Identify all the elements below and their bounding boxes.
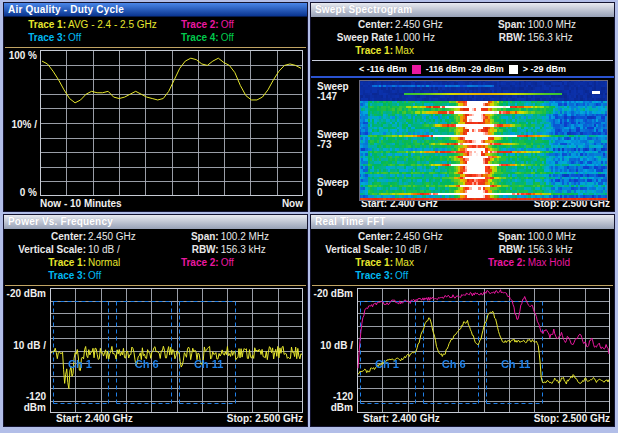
channel-6-label: Ch 6 [442, 358, 466, 370]
span-value: 100.2 MHz [221, 230, 269, 243]
divider [312, 285, 613, 286]
legend-high-label: > -29 dBm [523, 64, 566, 74]
trace2-label: Trace 2: [177, 256, 219, 269]
panel-swept-spectrogram: Swept Spectrogram Center: 2.450 GHz Span… [310, 2, 615, 212]
trace3-label: Trace 3: [4, 31, 66, 44]
trace1-label: Trace 1: [4, 256, 86, 269]
fft-y-axis: -20 dBm 10 dB / -120 dBm [311, 288, 357, 413]
sweep-label-mid: Sweep -73 [317, 130, 359, 150]
spectrogram-titlebar[interactable]: Swept Spectrogram [311, 3, 614, 17]
pvf-config: Center: 2.450 GHz Span: 100.2 MHz Vertic… [4, 229, 307, 283]
y-label-top: -20 dBm [4, 288, 46, 299]
rbw-value: 156.3 kHz [221, 243, 266, 256]
span-label: Span: [484, 230, 526, 243]
center-label: Center: [4, 230, 86, 243]
channel-1-label: Ch 1 [375, 358, 399, 370]
fft-config: Center: 2.450 GHz Span: 100.0 MHz Vertic… [311, 229, 614, 283]
vscale-label: Vertical Scale: [4, 243, 86, 256]
trace1-label: Trace 1: [311, 44, 393, 57]
spectrogram-heatmap[interactable] [359, 80, 608, 201]
rbw-label: RBW: [177, 243, 219, 256]
center-label: Center: [311, 230, 393, 243]
span-label: Span: [484, 18, 526, 31]
rbw-label: RBW: [484, 31, 526, 44]
duty-cycle-plot[interactable] [40, 50, 303, 196]
center-label: Center: [311, 18, 393, 31]
x-label-start: Start: 2.400 GHz [363, 413, 440, 426]
divider [312, 60, 613, 61]
rbw-value: 156.3 kHz [528, 243, 573, 256]
sweep-rate-value: 1.000 Hz [395, 31, 435, 44]
y-label-mid: 10 dB / [311, 340, 353, 351]
center-value: 2.450 GHz [395, 230, 443, 243]
panel-power-vs-frequency: Power Vs. Frequency Center: 2.450 GHz Sp… [3, 214, 308, 427]
rbw-label: RBW: [484, 243, 526, 256]
sweep-label-top: Sweep -147 [317, 82, 359, 102]
trace1-label: Trace 1: [311, 256, 393, 269]
channel-6-label: Ch 6 [135, 358, 159, 370]
trace3-label: Trace 3: [4, 269, 86, 282]
air-quality-config: Trace 1: AVG - 2.4 - 2.5 GHz Trace 2: Of… [4, 17, 307, 45]
sweep-label-bottom: Sweep 0 [317, 178, 359, 198]
legend-mid-swatch [412, 65, 421, 74]
divider [5, 285, 306, 286]
trace4-label: Trace 4: [177, 31, 219, 44]
center-value: 2.450 GHz [395, 18, 443, 31]
trace3-label: Trace 3: [311, 269, 393, 282]
y-label-bottom: -120 dBm [311, 391, 353, 413]
vscale-value: 10 dB / [88, 243, 120, 256]
fft-chart-area: Ch 1 Ch 6 Ch 11 [357, 288, 614, 413]
trace2-label: Trace 2: [484, 256, 526, 269]
y-label-top: 100 % [4, 50, 37, 61]
spectrogram-y-axis: Sweep -147 Sweep -73 Sweep 0 [311, 80, 359, 198]
x-label-stop: Stop: 2.500 GHz [227, 413, 303, 426]
panel-grid: Air Quality - Duty Cycle Trace 1: AVG - … [3, 2, 615, 427]
center-value: 2.450 GHz [88, 230, 136, 243]
fft-titlebar[interactable]: Real Time FFT [311, 215, 614, 229]
trace1-value: Normal [88, 256, 120, 269]
air-quality-titlebar[interactable]: Air Quality - Duty Cycle [4, 3, 307, 17]
trace1-label: Trace 1: [4, 18, 66, 31]
trace3-value: Off [395, 269, 408, 282]
fft-x-axis: Start: 2.400 GHz Stop: 2.500 GHz [311, 413, 614, 426]
pvf-titlebar[interactable]: Power Vs. Frequency [4, 215, 307, 229]
y-label-bottom: -120 dBm [4, 391, 46, 413]
trace2-value: Max Hold [528, 256, 570, 269]
legend-underline [311, 76, 614, 78]
spectrogram-config: Center: 2.450 GHz Span: 100.0 MHz Sweep … [311, 17, 614, 58]
span-label: Span: [177, 230, 219, 243]
power-vs-frequency-plot[interactable] [50, 288, 303, 413]
panel-air-quality: Air Quality - Duty Cycle Trace 1: AVG - … [3, 2, 308, 212]
amplitude-legend: < -116 dBm -116 dBm -29 dBm > -29 dBm [311, 63, 614, 75]
y-label-bottom: 0 % [4, 187, 37, 198]
x-label-left: Now - 10 Minutes [40, 198, 122, 211]
panel-real-time-fft: Real Time FFT Center: 2.450 GHz Span: 10… [310, 214, 615, 427]
legend-low-label: < -116 dBm [359, 64, 407, 74]
divider [5, 47, 306, 48]
pvf-x-axis: Start: 2.400 GHz Stop: 2.500 GHz [4, 413, 307, 426]
trace2-value: Off [221, 18, 234, 31]
duty-y-axis: 100 % 10% / 0 % [4, 50, 40, 198]
spectrogram-chart-area [359, 80, 614, 198]
pvf-y-axis: -20 dBm 10 dB / -120 dBm [4, 288, 50, 413]
channel-11-label: Ch 11 [194, 358, 223, 370]
rbw-value: 156.3 kHz [528, 31, 573, 44]
x-label-right: Now [282, 198, 303, 211]
y-label-mid: 10% / [4, 119, 37, 130]
channel-1-label: Ch 1 [68, 358, 92, 370]
y-label-mid: 10 dB / [4, 340, 46, 351]
legend-high-swatch [509, 65, 518, 74]
trace1-value: AVG - 2.4 - 2.5 GHz [68, 18, 157, 31]
trace1-value: Max [395, 44, 414, 57]
trace3-value: Off [88, 269, 101, 282]
pvf-chart-area: Ch 1 Ch 6 Ch 11 [50, 288, 307, 413]
legend-mid-label: -116 dBm -29 dBm [426, 64, 504, 74]
trace2-label: Trace 2: [177, 18, 219, 31]
duty-x-axis: Now - 10 Minutes Now [4, 198, 307, 211]
trace2-value: Off [221, 256, 234, 269]
real-time-fft-plot[interactable] [357, 288, 610, 413]
y-label-top: -20 dBm [311, 288, 353, 299]
trace3-value: Off [68, 31, 81, 44]
span-value: 100.0 MHz [528, 230, 576, 243]
trace4-value: Off [221, 31, 234, 44]
